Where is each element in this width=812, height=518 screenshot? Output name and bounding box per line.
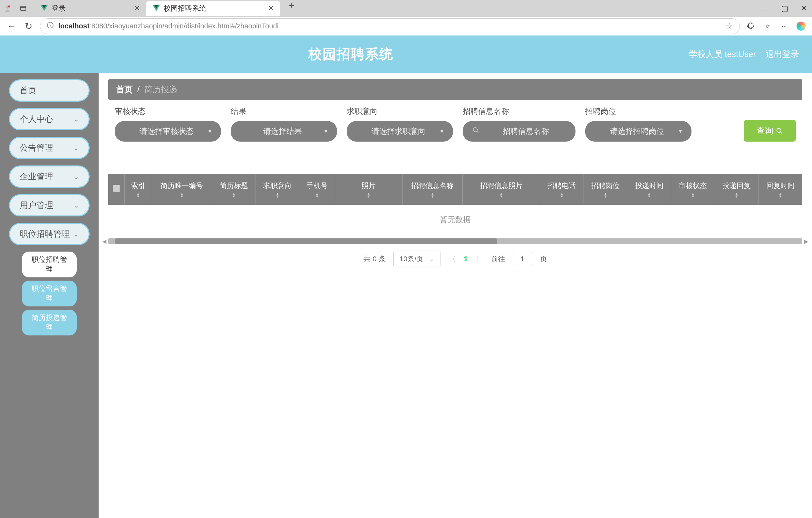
filter-select-status[interactable]: 请选择审核状态 ▾ [115, 121, 221, 142]
th-reply[interactable]: 投递回复▲▼ [715, 174, 758, 205]
th-index[interactable]: 索引 ▲▼ [125, 174, 152, 205]
svg-line-8 [477, 131, 478, 133]
sidebar-item-label: 个人中心 [20, 113, 53, 125]
copilot-icon[interactable] [796, 22, 806, 31]
sidebar-item-label: 公告管理 [20, 142, 53, 154]
sidebar-item-label: 职位招聘管理 [20, 228, 70, 240]
breadcrumb-current: 简历投递 [144, 84, 178, 95]
svg-point-1 [8, 5, 10, 7]
goto-page-input[interactable]: 1 [513, 252, 532, 266]
next-page-button[interactable]: 〉 [475, 254, 483, 264]
page-size-select[interactable]: 10条/页 ⌄ [394, 251, 441, 267]
sidebar-sub-label: 职位招聘管理 [32, 255, 67, 273]
th-recruit-photo[interactable]: 招聘信息照片 ▲▼ [463, 174, 540, 205]
filter-select-position[interactable]: 请选择招聘岗位 ▾ [585, 121, 692, 142]
scrollbar-thumb[interactable] [115, 238, 497, 244]
th-resume-id[interactable]: 简历唯一编号▲▼ [152, 174, 212, 205]
tab-title: 登录 [52, 4, 66, 13]
filter-input-name[interactable]: 招聘信息名称 [463, 121, 576, 142]
profile-icon[interactable] [3, 4, 12, 13]
filter-select-result[interactable]: 请选择结果 ▾ [231, 121, 337, 142]
search-icon [776, 128, 783, 135]
favorite-icon[interactable]: ☆ [726, 21, 733, 31]
close-icon[interactable]: ✕ [268, 4, 274, 12]
maximize-button[interactable]: ▢ [780, 4, 789, 13]
sidebar-sub-recruit-manage[interactable]: 职位招聘管理 [22, 252, 77, 277]
sort-icon: ▲▼ [232, 193, 236, 198]
filter-label: 审核状态 [115, 106, 221, 116]
breadcrumb-home[interactable]: 首页 [116, 84, 133, 95]
browser-tab-bar: 登录 ✕ 校园招聘系统 ✕ + — ▢ ✕ [0, 0, 812, 17]
close-window-button[interactable]: ✕ [799, 4, 809, 13]
select-all-header[interactable] [108, 174, 125, 205]
checkbox[interactable] [113, 185, 120, 192]
query-button[interactable]: 查询 [744, 120, 796, 142]
sort-icon: ▲▼ [276, 193, 279, 198]
back-button[interactable]: ← [6, 21, 17, 31]
th-recruit-phone[interactable]: 招聘电话▲▼ [540, 174, 584, 205]
filter-label: 求职意向 [347, 106, 453, 116]
refresh-button[interactable]: ↻ [23, 21, 33, 31]
th-phone[interactable]: 手机号▲▼ [299, 174, 335, 205]
new-tab-button[interactable]: + [287, 1, 296, 10]
chevron-down-icon: ⌄ [73, 201, 79, 210]
filter-label: 招聘岗位 [585, 106, 692, 116]
scroll-right-icon[interactable]: ▶ [804, 238, 808, 244]
close-icon[interactable]: ✕ [134, 4, 140, 12]
minimize-button[interactable]: — [760, 4, 770, 13]
table-container: 索引 ▲▼ 简历唯一编号▲▼ 简历标题▲▼ 求职意向▲▼ 手机号▲▼ 照片 ▲▼… [98, 174, 812, 235]
th-submit-time[interactable]: 投递时间▲▼ [627, 174, 671, 205]
th-resume-title[interactable]: 简历标题▲▼ [212, 174, 256, 205]
svg-point-9 [777, 128, 781, 132]
th-position[interactable]: 招聘岗位▲▼ [584, 174, 627, 205]
logout-link[interactable]: 退出登录 [765, 49, 799, 60]
th-recruit-name[interactable]: 招聘信息名称 ▲▼ [402, 174, 463, 205]
chevron-down-icon: ⌄ [429, 255, 434, 263]
browser-tab-login[interactable]: 登录 ✕ [34, 1, 146, 16]
empty-text: 暂无数据 [108, 205, 802, 235]
prev-page-button[interactable]: 〈 [448, 254, 456, 264]
sort-icon: ▲▼ [779, 193, 782, 198]
more-icon[interactable]: ⋯ [780, 22, 789, 31]
sidebar-item-label: 企业管理 [20, 171, 53, 182]
main-content: 首页 / 简历投递 审核状态 请选择审核状态 ▾ 结果 请选择结果 ▾ 求职意向 [98, 73, 812, 518]
placeholder: 请选择招聘岗位 [595, 126, 679, 136]
chevron-down-icon: ⌄ [73, 172, 79, 181]
sidebar-item-home[interactable]: 首页 [9, 79, 90, 102]
sidebar-item-user[interactable]: 用户管理 ⌄ [9, 194, 90, 216]
sidebar-item-recruit[interactable]: 职位招聘管理 ⌄ [9, 223, 90, 245]
app-header: 校园招聘系统 学校人员 testUser 退出登录 [0, 35, 812, 73]
extensions-icon[interactable] [746, 22, 755, 31]
browser-tab-app[interactable]: 校园招聘系统 ✕ [146, 1, 280, 16]
sidebar-sub-resume-manage[interactable]: 简历投递管理 [22, 310, 77, 335]
tab-overview-icon[interactable] [19, 4, 28, 13]
th-photo[interactable]: 照片 ▲▼ [335, 174, 402, 205]
sort-icon: ▲▼ [735, 193, 738, 198]
sidebar-sub-message-manage[interactable]: 职位留言管理 [22, 281, 77, 306]
url-text: localhost:8080/xiaoyuanzhaopin/admin/dis… [58, 22, 279, 30]
favorites-icon[interactable]: ✩ [763, 22, 772, 31]
user-info[interactable]: 学校人员 testUser [689, 49, 756, 60]
sidebar-item-announcement[interactable]: 公告管理 ⌄ [9, 137, 90, 159]
goto-label: 前往 [491, 254, 505, 264]
sort-icon: ▲▼ [691, 193, 695, 198]
sidebar-sub-label: 简历投递管理 [32, 313, 67, 331]
scroll-left-icon[interactable]: ◀ [103, 238, 106, 244]
site-info-icon[interactable] [47, 22, 54, 31]
sort-icon: ▲▼ [499, 193, 503, 198]
address-bar[interactable]: localhost:8080/xiaoyuanzhaopin/admin/dis… [40, 18, 740, 34]
horizontal-scrollbar[interactable]: ◀ ▶ [108, 238, 802, 244]
vue-icon [153, 5, 160, 11]
sort-icon: ▲▼ [315, 193, 319, 198]
th-reply-time[interactable]: 回复时间▲▼ [758, 174, 802, 205]
th-intention[interactable]: 求职意向▲▼ [256, 174, 299, 205]
filter-select-intention[interactable]: 请选择求职意向 ▾ [347, 121, 453, 142]
sort-icon: ▲▼ [604, 193, 607, 198]
placeholder: 招聘信息名称 [486, 126, 566, 136]
current-page[interactable]: 1 [464, 255, 468, 263]
sidebar-item-company[interactable]: 企业管理 ⌄ [9, 165, 90, 188]
th-audit-status[interactable]: 审核状态▲▼ [671, 174, 715, 205]
chevron-down-icon: ▾ [679, 128, 682, 135]
browser-toolbar: ← ↻ localhost:8080/xiaoyuanzhaopin/admin… [0, 17, 812, 35]
sidebar-item-personal[interactable]: 个人中心 ⌄ [9, 108, 90, 130]
